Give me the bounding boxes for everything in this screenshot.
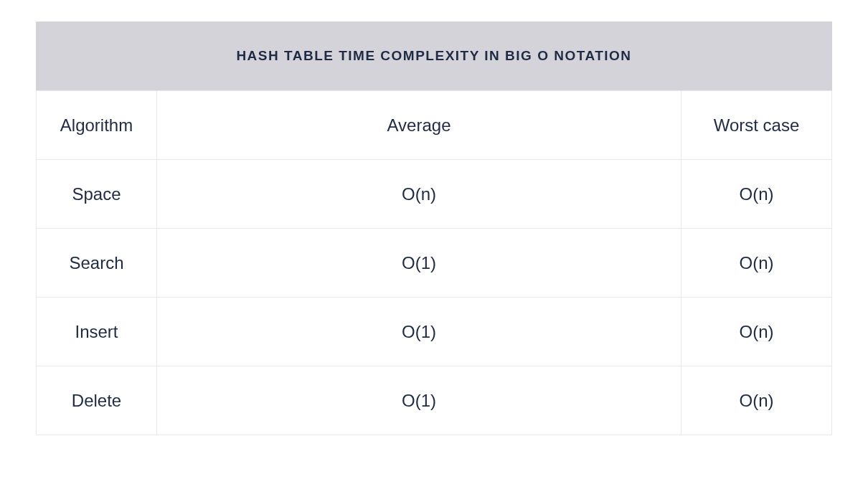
cell-average: O(1) xyxy=(157,366,681,435)
cell-average: O(1) xyxy=(157,229,681,298)
cell-worst: O(n) xyxy=(681,366,832,435)
cell-algorithm: Space xyxy=(37,160,157,229)
complexity-table: HASH TABLE TIME COMPLEXITY IN BIG O NOTA… xyxy=(36,22,832,435)
cell-average: O(n) xyxy=(157,160,681,229)
cell-average: O(1) xyxy=(157,298,681,366)
header-worst-case: Worst case xyxy=(681,91,832,160)
table-row: Insert O(1) O(n) xyxy=(37,298,832,366)
cell-algorithm: Delete xyxy=(37,366,157,435)
header-average: Average xyxy=(157,91,681,160)
table-row: Delete O(1) O(n) xyxy=(37,366,832,435)
cell-worst: O(n) xyxy=(681,298,832,366)
table-row: Search O(1) O(n) xyxy=(37,229,832,298)
cell-algorithm: Insert xyxy=(37,298,157,366)
cell-worst: O(n) xyxy=(681,229,832,298)
cell-algorithm: Search xyxy=(37,229,157,298)
complexity-table-container: HASH TABLE TIME COMPLEXITY IN BIG O NOTA… xyxy=(36,22,832,435)
header-algorithm: Algorithm xyxy=(37,91,157,160)
table-header-row: Algorithm Average Worst case xyxy=(37,91,832,160)
cell-worst: O(n) xyxy=(681,160,832,229)
table-row: Space O(n) O(n) xyxy=(37,160,832,229)
table-caption: HASH TABLE TIME COMPLEXITY IN BIG O NOTA… xyxy=(36,22,832,90)
